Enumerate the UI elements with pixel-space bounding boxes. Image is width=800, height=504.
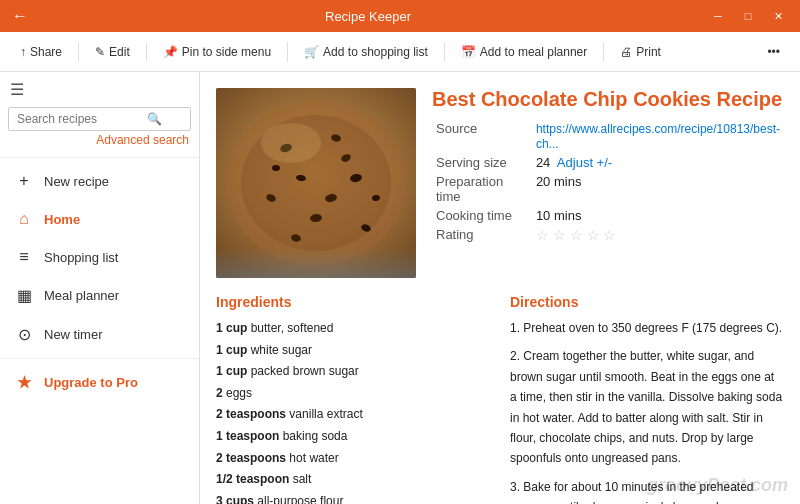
- edit-icon: ✎: [95, 45, 105, 59]
- sidebar-item-new-recipe[interactable]: + New recipe: [0, 162, 199, 200]
- directions-section: Directions 1. Preheat oven to 350 degree…: [510, 294, 784, 504]
- meta-row-serving: Serving size 24 Adjust +/-: [432, 153, 784, 172]
- list-item: 2. Cream together the butter, white suga…: [510, 346, 784, 468]
- minimize-button[interactable]: ─: [704, 2, 732, 30]
- hamburger-menu[interactable]: ☰: [10, 80, 24, 99]
- timer-icon: ⊙: [14, 325, 34, 344]
- list-item: 1/2 teaspoon salt: [216, 469, 490, 491]
- sidebar-item-label: Home: [44, 212, 80, 227]
- source-link[interactable]: https://www.allrecipes.com/recipe/10813/…: [536, 122, 780, 151]
- app-title: Recipe Keeper: [32, 9, 704, 24]
- recipe-header: Best Chocolate Chip Cookies Recipe Sourc…: [216, 88, 784, 278]
- maximize-button[interactable]: □: [734, 2, 762, 30]
- recipe-title: Best Chocolate Chip Cookies Recipe: [432, 88, 784, 111]
- recipe-meta: Best Chocolate Chip Cookies Recipe Sourc…: [432, 88, 784, 278]
- svg-point-14: [261, 123, 321, 163]
- toolbar-separator-2: [146, 42, 147, 62]
- search-input[interactable]: [17, 112, 147, 126]
- list-item: 1 teaspoon baking soda: [216, 426, 490, 448]
- toolbar-separator-4: [444, 42, 445, 62]
- list-item: 1 cup packed brown sugar: [216, 361, 490, 383]
- meta-row-cook: Cooking time 10 mins: [432, 206, 784, 225]
- list-item: 1. Preheat oven to 350 degrees F (175 de…: [510, 318, 784, 338]
- toolbar-separator-3: [287, 42, 288, 62]
- pin-icon: 📌: [163, 45, 178, 59]
- sidebar-item-label: New recipe: [44, 174, 109, 189]
- list-item: 1 cup white sugar: [216, 340, 490, 362]
- sidebar-item-upgrade[interactable]: ★ Upgrade to Pro: [0, 363, 199, 402]
- meta-row-source: Source https://www.allrecipes.com/recipe…: [432, 119, 784, 153]
- advanced-search-link[interactable]: Advanced search: [0, 131, 199, 153]
- sidebar-item-meal-planner[interactable]: ▦ Meal planner: [0, 276, 199, 315]
- add-icon: +: [14, 172, 34, 190]
- sidebar-item-new-timer[interactable]: ⊙ New timer: [0, 315, 199, 354]
- cook-time-label: Cooking time: [432, 206, 532, 225]
- ingredients-list: 1 cup butter, softened1 cup white sugar1…: [216, 318, 490, 504]
- search-box: 🔍: [8, 107, 191, 131]
- list-item: 1 cup butter, softened: [216, 318, 490, 340]
- star-icon: ★: [14, 373, 34, 392]
- window-controls: ─ □ ✕: [704, 2, 792, 30]
- rating-stars[interactable]: ☆ ☆ ☆ ☆ ☆: [536, 227, 617, 243]
- main-layout: ☰ 🔍 Advanced search + New recipe ⌂ Home …: [0, 72, 800, 504]
- serving-value: 24: [536, 155, 550, 170]
- sidebar-divider-1: [0, 157, 199, 158]
- shopping-icon: 🛒: [304, 45, 319, 59]
- list-item: 2 teaspoons hot water: [216, 448, 490, 470]
- home-icon: ⌂: [14, 210, 34, 228]
- ingredients-section: Ingredients 1 cup butter, softened1 cup …: [216, 294, 490, 504]
- close-button[interactable]: ✕: [764, 2, 792, 30]
- adjust-button[interactable]: Adjust +/-: [557, 155, 612, 170]
- sidebar-item-label: Shopping list: [44, 250, 118, 265]
- directions-title: Directions: [510, 294, 784, 310]
- toolbar-separator-5: [603, 42, 604, 62]
- list-item: 2 eggs: [216, 383, 490, 405]
- sidebar-divider-2: [0, 358, 199, 359]
- share-icon: ↑: [20, 45, 26, 59]
- add-shopping-button[interactable]: 🛒 Add to shopping list: [296, 41, 436, 63]
- ingredients-title: Ingredients: [216, 294, 490, 310]
- directions-list: 1. Preheat oven to 350 degrees F (175 de…: [510, 318, 784, 504]
- more-button[interactable]: •••: [759, 41, 788, 63]
- list-icon: ≡: [14, 248, 34, 266]
- plate-reflection: [216, 248, 416, 278]
- sidebar: ☰ 🔍 Advanced search + New recipe ⌂ Home …: [0, 72, 200, 504]
- back-button[interactable]: ←: [8, 4, 32, 28]
- recipe-image: [216, 88, 416, 278]
- recipe-body: Ingredients 1 cup butter, softened1 cup …: [216, 294, 784, 504]
- serving-label: Serving size: [432, 153, 532, 172]
- prep-time-value: 20 mins: [532, 172, 784, 206]
- title-bar: ← Recipe Keeper ─ □ ✕: [0, 0, 800, 32]
- prep-time-label: Preparation time: [432, 172, 532, 206]
- toolbar: ↑ Share ✎ Edit 📌 Pin to side menu 🛒 Add …: [0, 32, 800, 72]
- add-meal-button[interactable]: 📅 Add to meal planner: [453, 41, 595, 63]
- edit-button[interactable]: ✎ Edit: [87, 41, 138, 63]
- sidebar-item-label: Upgrade to Pro: [44, 375, 138, 390]
- meta-row-prep: Preparation time 20 mins: [432, 172, 784, 206]
- sidebar-item-home[interactable]: ⌂ Home: [0, 200, 199, 238]
- source-label: Source: [432, 119, 532, 153]
- meta-row-rating: Rating ☆ ☆ ☆ ☆ ☆: [432, 225, 784, 245]
- pin-button[interactable]: 📌 Pin to side menu: [155, 41, 279, 63]
- cook-time-value: 10 mins: [532, 206, 784, 225]
- calendar-icon: 📅: [461, 45, 476, 59]
- sidebar-item-label: New timer: [44, 327, 103, 342]
- sidebar-item-shopping-list[interactable]: ≡ Shopping list: [0, 238, 199, 276]
- recipe-meta-table: Source https://www.allrecipes.com/recipe…: [432, 119, 784, 245]
- calendar-icon: ▦: [14, 286, 34, 305]
- recipe-content: Best Chocolate Chip Cookies Recipe Sourc…: [200, 72, 800, 504]
- print-icon: 🖨: [620, 45, 632, 59]
- rating-label: Rating: [432, 225, 532, 245]
- list-item: 3 cups all-purpose flour: [216, 491, 490, 504]
- sidebar-item-label: Meal planner: [44, 288, 119, 303]
- share-button[interactable]: ↑ Share: [12, 41, 70, 63]
- list-item: 3. Bake for about 10 minutes in the preh…: [510, 477, 784, 504]
- list-item: 2 teaspoons vanilla extract: [216, 404, 490, 426]
- sidebar-header: ☰: [0, 72, 199, 107]
- toolbar-separator: [78, 42, 79, 62]
- print-button[interactable]: 🖨 Print: [612, 41, 669, 63]
- search-icon: 🔍: [147, 112, 162, 126]
